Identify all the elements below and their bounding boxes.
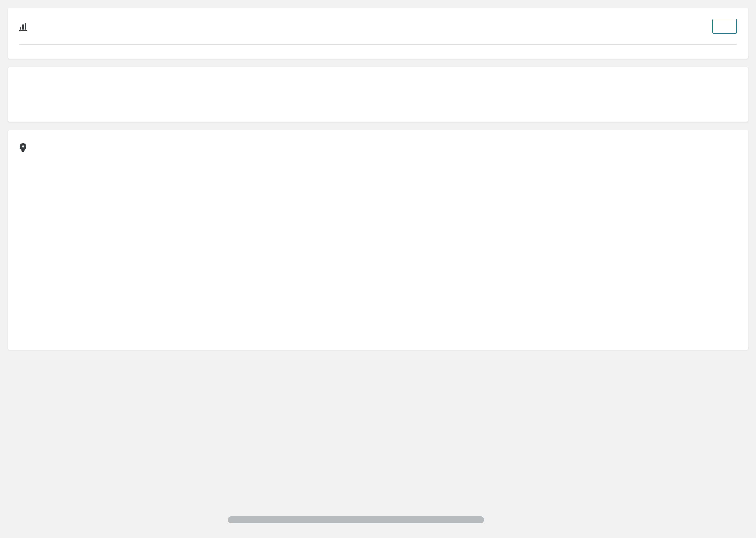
export-basic-stats-button[interactable]	[712, 19, 737, 34]
geo-table-body	[373, 178, 737, 327]
export-icon	[719, 23, 726, 29]
tracking-card-header	[19, 18, 737, 34]
geo-legend	[211, 160, 373, 327]
rates-card	[8, 67, 748, 122]
location-pin-icon	[19, 143, 27, 153]
geo-pie-wrap	[19, 160, 211, 327]
geo-table-header	[373, 162, 737, 178]
page	[0, 0, 756, 538]
geo-pie-chart	[45, 168, 185, 306]
campaign-geo-opens-card	[8, 130, 748, 350]
stats-summary-row	[19, 44, 737, 45]
tracking-stats-card	[8, 8, 748, 59]
bar-chart-icon	[19, 22, 27, 30]
horizontal-scrollbar-thumb[interactable]	[228, 516, 484, 523]
geo-content	[19, 160, 737, 327]
geo-table	[373, 162, 737, 327]
